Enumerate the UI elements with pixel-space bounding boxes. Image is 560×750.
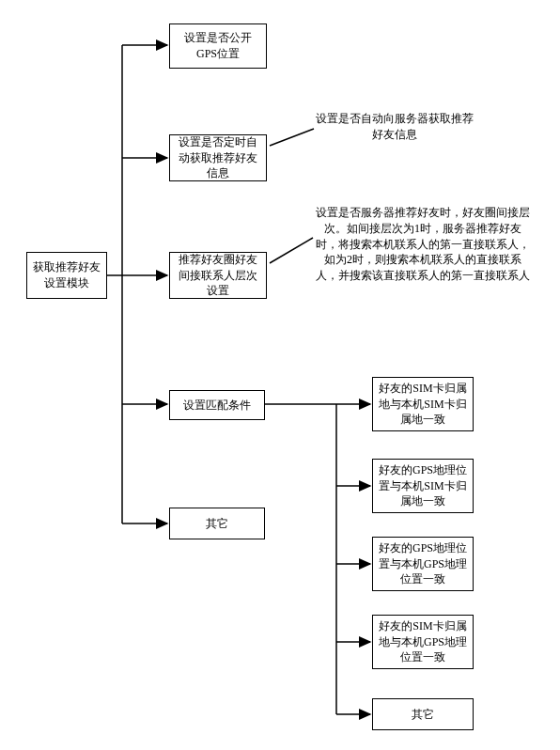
auto-fetch-box: 设置是否定时自动获取推荐好友信息 <box>169 134 267 181</box>
gps-sim-box: 好友的GPS地理位置与本机SIM卡归属地一致 <box>372 459 474 513</box>
svg-line-8 <box>270 129 314 146</box>
gps-gps-box: 好友的GPS地理位置与本机GPS地理位置一致 <box>372 537 474 591</box>
indirect-level-box: 推荐好友圈好友间接联系人层次设置 <box>169 252 267 299</box>
gps-sim-label: 好友的GPS地理位置与本机SIM卡归属地一致 <box>379 462 467 509</box>
match-conditions-label: 设置匹配条件 <box>183 398 251 414</box>
gps-public-label: 设置是否公开GPS位置 <box>176 30 260 62</box>
indirect-level-annotation: 设置是否服务器推荐好友时，好友圈间接层次。如间接层次为1时，服务器推荐好友时，将… <box>315 205 531 284</box>
auto-fetch-note: 设置是否自动向服务器获取推荐好友信息 <box>316 112 474 141</box>
other-box: 其它 <box>169 508 265 539</box>
match-other-box: 其它 <box>372 698 474 730</box>
match-other-label: 其它 <box>412 707 434 723</box>
other-label: 其它 <box>206 516 228 532</box>
sim-sim-box: 好友的SIM卡归属地与本机SIM卡归属地一致 <box>372 377 474 431</box>
svg-line-9 <box>270 238 313 263</box>
indirect-level-note: 设置是否服务器推荐好友时，好友圈间接层次。如间接层次为1时，服务器推荐好友时，将… <box>316 206 530 282</box>
indirect-level-label: 推荐好友圈好友间接联系人层次设置 <box>176 252 260 299</box>
match-conditions-box: 设置匹配条件 <box>169 390 265 420</box>
gps-gps-label: 好友的GPS地理位置与本机GPS地理位置一致 <box>379 540 467 587</box>
sim-gps-label: 好友的SIM卡归属地与本机GPS地理位置一致 <box>379 618 467 665</box>
sim-gps-box: 好友的SIM卡归属地与本机GPS地理位置一致 <box>372 615 474 669</box>
sim-sim-label: 好友的SIM卡归属地与本机SIM卡归属地一致 <box>379 381 467 428</box>
auto-fetch-annotation: 设置是否自动向服务器获取推荐好友信息 <box>315 111 474 143</box>
gps-public-box: 设置是否公开GPS位置 <box>169 23 267 69</box>
root-box: 获取推荐好友设置模块 <box>26 252 107 299</box>
auto-fetch-label: 设置是否定时自动获取推荐好友信息 <box>176 134 260 181</box>
root-label: 获取推荐好友设置模块 <box>33 259 101 291</box>
